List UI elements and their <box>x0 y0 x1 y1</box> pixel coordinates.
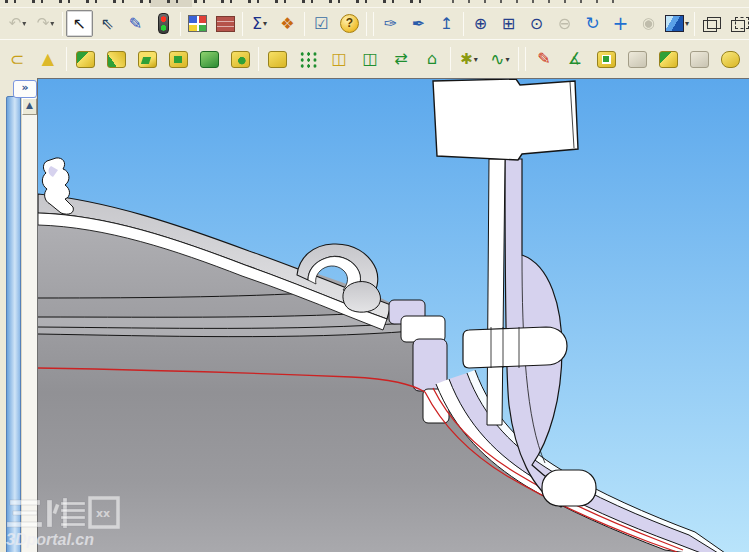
vertical-scrollbar[interactable]: ▲ <box>21 98 37 552</box>
hole-disabled-icon-glyph <box>628 51 647 68</box>
lid-bump-nose <box>343 282 381 313</box>
layer-bricks-icon-glyph <box>216 16 235 32</box>
view-manager-icon[interactable]: ▾ <box>663 10 691 37</box>
toolbar-separator <box>694 12 695 36</box>
menu-text-fragments <box>5 0 435 3</box>
extrude-icon[interactable] <box>70 44 100 75</box>
view-manager-icon-glyph <box>665 15 684 32</box>
layer-bricks-icon[interactable] <box>212 10 239 37</box>
toolbar-separator <box>463 12 464 36</box>
zoom-dynamic-icon[interactable]: ⊙ <box>523 10 550 37</box>
revolve-icon[interactable] <box>101 44 131 75</box>
scroll-up-button[interactable]: ▲ <box>22 98 37 115</box>
options-checklist-icon[interactable]: ☑ <box>308 10 335 37</box>
refit-icon[interactable]: ◉ <box>635 10 662 37</box>
select-arrow-icon-glyph: ↖ <box>73 16 86 32</box>
pivot-pin <box>463 327 567 368</box>
zoom-out-icon-glyph: ⊖ <box>558 16 571 32</box>
wedge-feature-icon[interactable] <box>194 44 224 75</box>
wedge-feature-icon-glyph <box>200 51 219 68</box>
navigator-expand-button[interactable]: » <box>13 80 37 98</box>
shell-icon[interactable] <box>653 44 683 75</box>
navigator-sash[interactable] <box>6 96 21 552</box>
toolbar-separator <box>518 47 519 71</box>
zoom-dynamic-icon-glyph: ⊙ <box>530 16 543 32</box>
application-window: ↶▾↷▾↖⇖✎Σ▾❖☑?✑✒↥⊕⊞⊙⊖↻+◉▾» ⊂▲◫◫⇄⌂✱▾∿▾✎∡ ▲ … <box>0 0 749 552</box>
appearance-palette-icon[interactable] <box>184 10 211 37</box>
round-icon-glyph <box>721 51 740 68</box>
wireframe-display-icon-glyph <box>703 20 717 32</box>
analysis-search-icon-glyph: ❖ <box>280 16 294 32</box>
spring-tool-icon[interactable]: ⊂ <box>2 44 32 75</box>
undo-icon[interactable]: ↶▾ <box>4 10 31 37</box>
pan-icon[interactable]: + <box>607 10 634 37</box>
repaint-icon-glyph: ↻ <box>585 15 599 32</box>
sweep-icon[interactable] <box>132 44 162 75</box>
datum-point-icon-glyph: ✱ <box>460 52 473 67</box>
menu-bar-cutoff[interactable] <box>0 0 749 7</box>
hole-disabled-icon[interactable] <box>622 44 652 75</box>
point-array-icon[interactable] <box>293 44 323 75</box>
datum-point-icon-dropdown[interactable]: ▾ <box>474 55 478 64</box>
analysis-search-icon[interactable]: ❖ <box>274 10 301 37</box>
point-array-icon-glyph <box>299 51 318 68</box>
copy-mirror-icon[interactable]: ◫ <box>355 44 385 75</box>
sketch-3d-icon[interactable]: ✎ <box>529 44 559 75</box>
regenerate-traffic-light-icon[interactable] <box>150 10 177 37</box>
extrude-icon-glyph <box>76 51 95 68</box>
bell-revolve-icon-glyph: ▲ <box>42 51 54 67</box>
sweep-icon-glyph <box>138 51 157 68</box>
shell-disabled-icon[interactable] <box>684 44 714 75</box>
zoom-window-icon[interactable]: ⊞ <box>495 10 522 37</box>
toolbar-separator <box>242 12 243 36</box>
redo-icon-dropdown[interactable]: ▾ <box>50 19 54 28</box>
swap-icon[interactable]: ⇄ <box>386 44 416 75</box>
datum-point-icon[interactable]: ✱▾ <box>454 44 484 75</box>
datum-axis-icon[interactable]: ∡ <box>560 44 590 75</box>
3d-viewport[interactable] <box>37 78 749 552</box>
reorient-view-icon-glyph: ↥ <box>440 16 453 32</box>
round-icon[interactable] <box>715 44 745 75</box>
toolbar-separator <box>258 47 259 71</box>
appearance-palette-icon-glyph <box>188 15 207 32</box>
reorient-view-icon[interactable]: ↥ <box>433 10 460 37</box>
redo-icon[interactable]: ↷▾ <box>32 10 59 37</box>
zoom-out-icon[interactable]: ⊖ <box>551 10 578 37</box>
knob-block <box>433 79 578 160</box>
blend-icon[interactable] <box>163 44 193 75</box>
zoom-in-icon[interactable]: ⊕ <box>467 10 494 37</box>
view-fly-icon[interactable]: ✑ <box>377 10 404 37</box>
wireframe-display-icon[interactable] <box>698 10 725 37</box>
spline-style-icon[interactable]: ∿▾ <box>485 44 515 75</box>
spring-tool-icon-glyph: ⊂ <box>10 51 24 68</box>
repaint-icon[interactable]: ↻ <box>579 10 606 37</box>
toolbar-top: ↶▾↷▾↖⇖✎Σ▾❖☑?✑✒↥⊕⊞⊙⊖↻+◉▾» <box>0 7 749 40</box>
hidden-line-display-icon[interactable] <box>726 10 749 37</box>
zoom-window-icon-glyph: ⊞ <box>502 16 515 32</box>
sketch-pencil-icon[interactable]: ✎ <box>122 10 149 37</box>
smart-select-icon[interactable]: ⇖ <box>94 10 121 37</box>
mirror-icon[interactable]: ◫ <box>324 44 354 75</box>
hole-icon[interactable] <box>591 44 621 75</box>
smart-select-icon-glyph: ⇖ <box>101 16 114 32</box>
measure-sigma-icon[interactable]: Σ▾ <box>246 10 273 37</box>
view-fly-icon-glyph: ✑ <box>384 16 397 32</box>
view-manager-icon-dropdown[interactable]: ▾ <box>685 19 689 28</box>
view-previous-icon[interactable]: ✒ <box>405 10 432 37</box>
surface-feature-icon-glyph <box>231 51 250 68</box>
spline-style-icon-dropdown[interactable]: ▾ <box>506 55 510 64</box>
toolbar-separator <box>450 47 451 71</box>
hidden-line-display-icon-glyph <box>731 20 745 32</box>
select-arrow-icon[interactable]: ↖ <box>66 10 93 37</box>
help-icon[interactable]: ? <box>336 10 363 37</box>
stem-white-strip <box>487 159 505 425</box>
measure-sigma-icon-dropdown[interactable]: ▾ <box>263 19 267 28</box>
surface-feature-icon[interactable] <box>225 44 255 75</box>
pan-icon-glyph: + <box>613 14 629 33</box>
undo-icon-dropdown[interactable]: ▾ <box>22 19 26 28</box>
bell-revolve-icon[interactable]: ▲ <box>33 44 63 75</box>
merge-icon[interactable]: ⌂ <box>417 44 447 75</box>
pattern-icon[interactable] <box>262 44 292 75</box>
toolbar-separator <box>66 47 67 71</box>
sketch-pencil-icon-glyph: ✎ <box>129 16 142 32</box>
